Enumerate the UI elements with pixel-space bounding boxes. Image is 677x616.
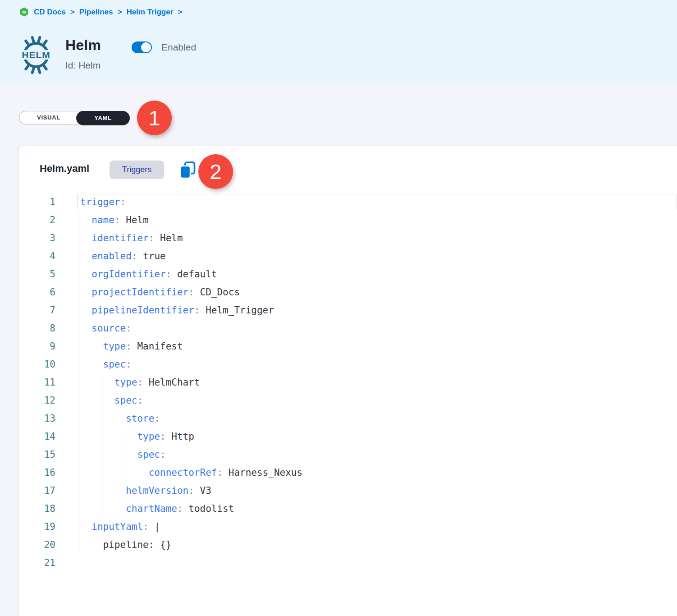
page-title: Helm [65, 37, 101, 54]
breadcrumb-separator: > [70, 8, 75, 17]
tab-yaml[interactable]: YAML [76, 111, 130, 125]
yaml-line: 14 type: Http [18, 428, 677, 446]
triggers-badge[interactable]: Triggers [110, 161, 164, 179]
yaml-code-text[interactable]: spec: [55, 355, 132, 373]
breadcrumb-separator: > [117, 8, 122, 17]
yaml-line: 15 spec: [18, 446, 677, 464]
yaml-code-text[interactable]: type: Http [55, 428, 194, 446]
line-number: 7 [18, 301, 55, 319]
line-number: 12 [18, 391, 55, 409]
line-number: 13 [18, 409, 55, 428]
yaml-line: 8 source: [18, 319, 677, 337]
line-number: 2 [18, 211, 55, 229]
line-number: 3 [18, 229, 55, 247]
yaml-line: 2 name: Helm [18, 211, 677, 229]
project-icon: ∞ [19, 7, 29, 17]
helm-logo-icon: HELM [17, 36, 55, 74]
yaml-code-text[interactable]: trigger: [55, 193, 126, 211]
yaml-line: 19 inputYaml: | [18, 518, 677, 536]
breadcrumb-item-pipelines[interactable]: Pipelines [79, 8, 113, 17]
breadcrumb: ∞ CD Docs > Pipelines > Helm Trigger > [19, 7, 182, 17]
yaml-line: 20 pipeline: {} [18, 536, 677, 554]
enabled-toggle[interactable] [132, 41, 152, 53]
yaml-line: 5 orgIdentifier: default [18, 265, 677, 283]
copy-icon [179, 161, 196, 180]
toggle-knob-icon [141, 42, 151, 52]
yaml-line: 6 projectIdentifier: CD_Docs [18, 283, 677, 301]
yaml-code-text[interactable] [55, 554, 80, 572]
line-number: 19 [18, 518, 55, 536]
yaml-line: 21 [18, 554, 677, 572]
line-number: 11 [18, 373, 55, 391]
trigger-yaml-page: { "breadcrumb": { "items": ["CD Docs", "… [0, 0, 677, 616]
line-number: 9 [18, 337, 55, 355]
yaml-code-text[interactable]: chartName: todolist [55, 500, 234, 518]
yaml-file-name: Helm.yaml [40, 163, 89, 175]
yaml-code-text[interactable]: connectorRef: Harness_Nexus [55, 464, 302, 482]
yaml-code-text[interactable]: pipelineIdentifier: Helm_Trigger [55, 301, 274, 319]
yaml-line: 11 type: HelmChart [18, 373, 677, 391]
yaml-code-text[interactable]: type: Manifest [55, 337, 183, 355]
yaml-code-editor[interactable]: 1trigger:2 name: Helm3 identifier: Helm4… [18, 193, 677, 616]
line-number: 5 [18, 265, 55, 283]
yaml-line: 10 spec: [18, 355, 677, 373]
line-number: 20 [18, 536, 55, 554]
line-number: 1 [18, 193, 55, 211]
visual-yaml-toggle: VISUAL YAML [19, 111, 130, 124]
page-header: ∞ CD Docs > Pipelines > Helm Trigger > H… [0, 0, 677, 83]
svg-text:HELM: HELM [22, 50, 50, 60]
breadcrumb-item-pipeline[interactable]: Helm Trigger [126, 8, 173, 17]
yaml-code-text[interactable]: projectIdentifier: CD_Docs [55, 283, 240, 301]
yaml-line: 1trigger: [18, 193, 677, 211]
yaml-line: 9 type: Manifest [18, 337, 677, 355]
yaml-line: 17 helmVersion: V3 [18, 482, 677, 500]
trigger-id-label: Id: Helm [65, 60, 101, 71]
line-number: 8 [18, 319, 55, 337]
yaml-code-text[interactable]: source: [55, 319, 132, 337]
line-number: 21 [18, 554, 55, 572]
annotation-badge-2: 2 [198, 154, 233, 189]
line-number: 16 [18, 464, 55, 482]
yaml-code-text[interactable]: type: HelmChart [55, 373, 200, 391]
line-number: 17 [18, 482, 55, 500]
yaml-code-text[interactable]: helmVersion: V3 [55, 482, 211, 500]
yaml-code-text[interactable]: inputYaml: | [55, 518, 160, 536]
yaml-editor-card: Helm.yaml Triggers 1trigger:2 name: Helm… [18, 146, 677, 616]
yaml-code-text[interactable]: enabled: true [55, 247, 166, 265]
yaml-code-text[interactable]: store: [55, 409, 160, 428]
yaml-code-text[interactable]: pipeline: {} [55, 536, 171, 554]
breadcrumb-separator: > [178, 8, 182, 17]
yaml-line: 12 spec: [18, 391, 677, 409]
yaml-code-text[interactable]: name: Helm [55, 211, 149, 229]
yaml-code-text[interactable]: orgIdentifier: default [55, 265, 217, 283]
breadcrumb-item-project[interactable]: CD Docs [34, 8, 66, 17]
line-number: 18 [18, 500, 55, 518]
yaml-line: 7 pipelineIdentifier: Helm_Trigger [18, 301, 677, 319]
line-number: 15 [18, 446, 55, 464]
yaml-code-text[interactable]: spec: [55, 391, 143, 409]
enabled-label: Enabled [161, 42, 196, 53]
svg-text:∞: ∞ [22, 9, 26, 15]
yaml-code-text[interactable]: identifier: Helm [55, 229, 183, 247]
copy-yaml-button[interactable] [179, 161, 196, 180]
line-number: 14 [18, 428, 55, 446]
yaml-line: 13 store: [18, 409, 677, 428]
yaml-line: 4 enabled: true [18, 247, 677, 265]
line-number: 4 [18, 247, 55, 265]
yaml-code-text[interactable]: spec: [55, 446, 166, 464]
yaml-line: 18 chartName: todolist [18, 500, 677, 518]
annotation-badge-1: 1 [137, 101, 172, 135]
yaml-line: 3 identifier: Helm [18, 229, 677, 247]
line-number: 6 [18, 283, 55, 301]
line-number: 10 [18, 355, 55, 373]
yaml-line: 16 connectorRef: Harness_Nexus [18, 464, 677, 482]
tab-visual[interactable]: VISUAL [19, 111, 78, 124]
